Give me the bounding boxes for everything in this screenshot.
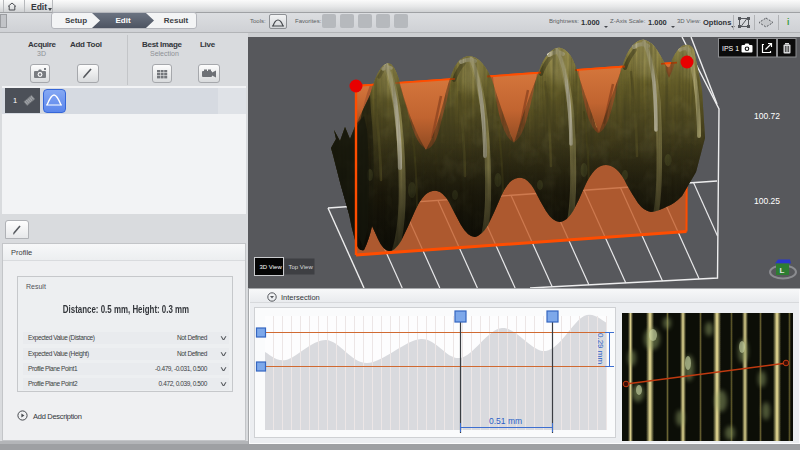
svg-text:0.51 mm: 0.51 mm [489,416,522,426]
svg-text:IPS 1: IPS 1 [722,45,739,52]
svg-text:100.72: 100.72 [754,111,780,121]
svg-text:100.25: 100.25 [754,196,780,206]
svg-text:Top View: Top View [289,264,314,270]
svg-text:3D View: 3D View [260,264,283,270]
svg-text:0.29 mm: 0.29 mm [596,333,605,364]
svg-text:L: L [780,266,785,275]
